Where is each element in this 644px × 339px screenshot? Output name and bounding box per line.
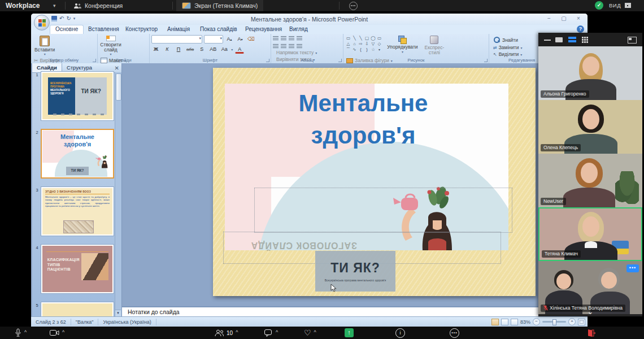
tab-conference[interactable]: Конференция (68, 0, 128, 11)
select-button[interactable]: ↖Виділити▾ (493, 51, 522, 57)
slide-thumb-1[interactable]: 1 ВСЕУКРАЇНСЬКА ПРОГРАМАМЕНТАЛЬНОГО ЗДОР… (33, 71, 121, 121)
font-size-combo[interactable] (204, 35, 223, 44)
placeholder-outline[interactable] (254, 188, 512, 233)
tab-design[interactable]: Конструктор (120, 25, 163, 34)
ppt-titlebar[interactable]: Ментальне здоров'я - Microsoft PowerPoin… (31, 14, 588, 25)
mic-control[interactable]: ^ (15, 327, 27, 339)
underline-button[interactable]: П (174, 45, 183, 54)
minimize-panel-icon[interactable] (544, 40, 551, 41)
camera-control[interactable]: ^ (50, 327, 64, 339)
more-control[interactable]: ••• (450, 327, 459, 339)
align-center-icon[interactable] (281, 44, 286, 49)
paste-button[interactable]: Вставити▾ (33, 35, 56, 56)
tab-screen-share[interactable]: Экран (Тетяна Климач) (176, 0, 263, 11)
video-tile[interactable]: ••• Хілінська Тетяна Володимирівна (538, 261, 642, 314)
close-panel-icon[interactable]: ✕ (115, 65, 119, 71)
workspace-menu[interactable]: Workplace (6, 2, 40, 10)
camera-chevron-icon[interactable]: ^ (62, 329, 64, 335)
increase-indent-icon[interactable] (297, 36, 302, 41)
justify-icon[interactable] (297, 44, 302, 49)
quick-styles-button[interactable]: Експрес-стилі (420, 35, 449, 56)
align-right-icon[interactable] (289, 44, 294, 49)
minimize-button[interactable]: − (543, 15, 555, 23)
close-button[interactable]: × (573, 15, 584, 23)
grow-font-button[interactable]: А▴ (225, 35, 234, 44)
panel-collapse-chevron-icon[interactable]: ⌄ (588, 308, 594, 315)
numbering-icon[interactable] (281, 36, 286, 41)
drawing-dialog-launcher[interactable] (484, 59, 488, 62)
arrange-button[interactable]: Упорядкувати▾ (387, 35, 417, 56)
clear-formatting-button[interactable]: ⌫ (246, 35, 256, 44)
font-color-button[interactable]: А (235, 46, 244, 54)
scroll-down-icon[interactable]: ▼ (115, 310, 121, 316)
slide-sorter-button[interactable] (501, 319, 508, 325)
participants-control[interactable]: 10 ^ (215, 327, 238, 339)
tab-insert[interactable]: Вставлення (83, 25, 124, 34)
participants-chevron-icon[interactable]: ^ (236, 329, 238, 335)
shapes-gallery[interactable]: ▭╲╲▢◯▭ △⌂⇨⇩▽◇ ⌒∿{}☆▾ (345, 35, 385, 53)
video-tile-active-speaker[interactable]: Тетяна Климач (538, 207, 642, 261)
zoom-in-button[interactable]: + (568, 318, 576, 325)
fit-to-window-button[interactable] (578, 319, 585, 325)
tab-view[interactable]: Вигляд (284, 25, 313, 34)
strikethrough-button[interactable]: абв (185, 45, 195, 54)
current-slide[interactable]: Ментальне здоров'я (213, 68, 536, 296)
chevron-down-icon[interactable]: ▾ (53, 3, 56, 8)
reactions-control[interactable]: ♡ ^ (304, 327, 316, 339)
slide-thumb-3[interactable]: 3 ЗГІДНО З ВИЗНАЧЕННЯМ ВООЗ Ментальне зд… (33, 186, 121, 236)
office-button[interactable] (34, 15, 50, 31)
maximize-button[interactable]: ▢ (558, 15, 569, 23)
reactions-chevron-icon[interactable]: ^ (314, 329, 316, 335)
more-options-icon[interactable] (349, 2, 358, 10)
chat-control[interactable]: ^ (264, 327, 278, 339)
shrink-font-button[interactable]: А▾ (236, 35, 245, 44)
tab-slideshow[interactable]: Показ слайдів (195, 25, 242, 34)
view-grid-icon[interactable] (625, 3, 631, 8)
new-slide-button[interactable]: Створити слайд▾ (99, 35, 122, 56)
replace-button[interactable]: ⇄Замінити▾ (493, 45, 522, 50)
italic-button[interactable]: К (163, 45, 172, 54)
tab-review[interactable]: Рецензування (240, 25, 287, 34)
normal-view-button[interactable] (491, 319, 499, 325)
chat-chevron-icon[interactable]: ^ (276, 329, 278, 335)
paragraph-dialog-launcher[interactable] (338, 59, 342, 62)
language-indicator[interactable]: Українська (Україна) (98, 319, 156, 325)
help-icon[interactable]: ? (577, 25, 584, 33)
slide-thumb-2-selected[interactable]: 2 Ментальне здоров'я (33, 129, 121, 179)
mic-chevron-icon[interactable]: ^ (24, 329, 27, 335)
slide-title[interactable]: Ментальне здоров'я (259, 87, 468, 151)
info-control[interactable]: i (395, 327, 405, 339)
brand-box[interactable]: ТИ ЯК? Всеукраїнська програма ментальног… (315, 251, 395, 292)
leave-control[interactable] (588, 327, 595, 339)
strip-view-icon[interactable] (568, 37, 576, 43)
tab-home[interactable]: Основне (50, 25, 84, 34)
font-dialog-launcher[interactable] (266, 59, 269, 62)
scrollbar-thumb[interactable] (116, 73, 121, 101)
change-case-button[interactable]: Аа (220, 45, 229, 54)
slide-thumb-4[interactable]: 4 КЛАСИФІКАЦІЯ ТИПІВ ПАЦІЄНТІВ (33, 244, 121, 294)
shadow-button[interactable]: S (197, 45, 206, 54)
layout-icon[interactable] (628, 37, 637, 44)
align-left-icon[interactable] (273, 44, 279, 49)
video-tile[interactable]: Олена Клепець (538, 100, 642, 154)
redo-icon[interactable]: ↻ (66, 15, 71, 21)
tile-more-icon[interactable]: ••• (626, 264, 639, 272)
slides-scrollbar[interactable]: ▼ (115, 72, 121, 316)
gallery-view-icon[interactable] (582, 37, 584, 38)
share-screen-control[interactable]: ↑ (345, 327, 354, 339)
tab-animations[interactable]: Анімація (162, 25, 195, 34)
text-direction-button[interactable]: Напрямок тексту▾ (276, 50, 350, 55)
clipboard-dialog-launcher[interactable] (93, 59, 96, 62)
bold-button[interactable]: Ж (151, 45, 160, 54)
speaker-view-icon[interactable] (555, 37, 563, 42)
bullets-icon[interactable] (273, 36, 279, 41)
find-button[interactable]: Знайти (493, 36, 522, 44)
video-tile[interactable]: NewUser (538, 154, 642, 207)
char-spacing-button[interactable]: АВ (208, 45, 217, 54)
qat-customize-icon[interactable]: ▾ (73, 16, 76, 21)
undo-icon[interactable]: ↶ (59, 15, 64, 21)
slideshow-button[interactable] (511, 319, 518, 325)
notes-pane[interactable]: Нотатки до слайда (122, 306, 586, 316)
view-button[interactable]: ВИД (609, 2, 621, 8)
decrease-indent-icon[interactable] (289, 36, 294, 41)
